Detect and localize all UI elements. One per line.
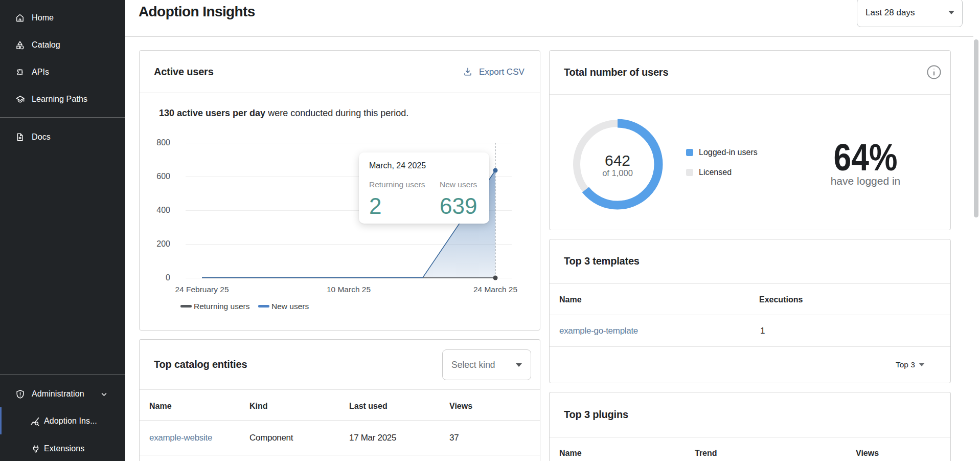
- svg-text:24 March 25: 24 March 25: [473, 285, 517, 294]
- svg-text:400: 400: [156, 206, 170, 214]
- svg-text:200: 200: [156, 239, 170, 248]
- svg-text:24 February 25: 24 February 25: [175, 285, 229, 294]
- svg-text:10 March 25: 10 March 25: [327, 285, 371, 294]
- svg-text:600: 600: [156, 172, 170, 181]
- svg-text:0: 0: [166, 273, 170, 282]
- svg-text:800: 800: [156, 138, 170, 147]
- svg-text:64%: 64%: [834, 136, 898, 177]
- svg-text:Returning users: Returning users: [194, 302, 250, 311]
- svg-text:New users: New users: [271, 302, 309, 311]
